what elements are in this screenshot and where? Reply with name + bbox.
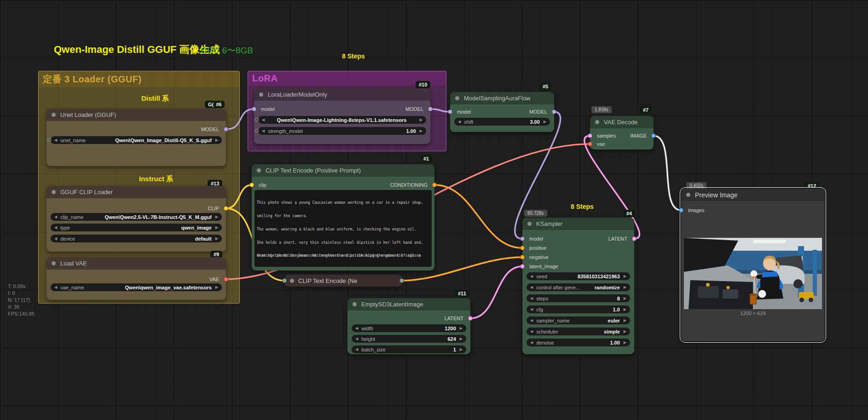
next-value-icon[interactable]: ▶ <box>624 339 626 346</box>
node-title-bar[interactable]: CLIP Text Encode (Positive Prompt) <box>252 164 434 177</box>
prev-value-icon[interactable]: ◀ <box>530 316 533 324</box>
widget-cfg[interactable]: ◀ cfg 1.0 ▶ <box>527 305 630 313</box>
widget-lora-name[interactable]: ◀ Qwen\Qwen-Image-Lightning-8steps-V1.1.… <box>258 116 426 124</box>
collapse-dot-icon[interactable] <box>686 193 690 197</box>
next-value-icon[interactable]: ▶ <box>215 213 218 221</box>
prev-value-icon[interactable]: ◀ <box>54 283 57 291</box>
next-value-icon[interactable]: ▶ <box>215 136 218 144</box>
prev-value-icon[interactable]: ◀ <box>530 294 533 302</box>
output-dot-model[interactable] <box>552 109 556 114</box>
prev-value-icon[interactable]: ◀ <box>530 328 533 335</box>
input-dot-clip[interactable] <box>249 183 254 187</box>
next-value-icon[interactable]: ▶ <box>624 294 626 302</box>
input-dot-model[interactable] <box>252 107 256 111</box>
group-loader-title[interactable]: 定番 3 Loader (GGUF) <box>39 71 239 87</box>
output-dot-latent[interactable] <box>468 316 473 321</box>
node-title-bar[interactable]: LoraLoaderModelOnly <box>254 88 430 101</box>
next-value-icon[interactable]: ▶ <box>544 118 546 126</box>
collapse-dot-icon[interactable] <box>527 222 532 226</box>
next-value-icon[interactable]: ▶ <box>215 283 218 291</box>
widget-type[interactable]: ◀ type qwen_image ▶ <box>51 224 222 231</box>
next-value-icon[interactable]: ▶ <box>215 235 218 242</box>
prev-value-icon[interactable]: ◀ <box>54 213 57 221</box>
collapse-dot-icon[interactable] <box>595 120 599 124</box>
widget-steps[interactable]: ◀ steps 8 ▶ <box>527 294 630 302</box>
node-load-vae[interactable]: Load VAE VAE ◀ vae_name Qwen\qwen_image_… <box>46 257 226 300</box>
next-value-icon[interactable]: ▶ <box>624 283 626 291</box>
next-value-icon[interactable]: ▶ <box>460 345 463 353</box>
output-dot-model[interactable] <box>224 127 228 132</box>
next-value-icon[interactable]: ▶ <box>624 272 626 280</box>
node-title-bar[interactable]: KSampler <box>522 218 634 230</box>
widget-socket-icon[interactable] <box>47 138 51 142</box>
next-value-icon[interactable]: ▶ <box>215 224 218 231</box>
prev-value-icon[interactable]: ◀ <box>355 345 358 353</box>
node-empty-sd3-latent-image[interactable]: EmptySD3LatentImage LATENT ◀ width 1200 … <box>347 298 470 354</box>
prev-value-icon[interactable]: ◀ <box>458 118 461 126</box>
collapse-dot-icon[interactable] <box>455 96 459 100</box>
node-title-bar[interactable]: VAE Decode <box>590 116 654 128</box>
node-graph-canvas[interactable]: 定番 3 Loader (GGUF) LoRA Qwen-Image Disti… <box>0 0 868 420</box>
widget-height[interactable]: ◀ height 624 ▶ <box>352 335 466 343</box>
node-title-bar[interactable]: EmptySD3LatentImage <box>347 298 470 311</box>
output-dot-vae[interactable] <box>224 277 228 282</box>
next-value-icon[interactable]: ▶ <box>624 316 626 324</box>
node-title-bar[interactable]: Load VAE <box>46 257 226 270</box>
next-value-icon[interactable]: ▶ <box>460 324 463 332</box>
node-ksampler[interactable]: KSampler model positive negative latent_… <box>522 218 634 354</box>
input-dot-model[interactable] <box>520 236 525 241</box>
prev-value-icon[interactable]: ◀ <box>54 136 57 144</box>
input-dot-model[interactable] <box>448 109 452 114</box>
prev-value-icon[interactable]: ◀ <box>355 335 358 343</box>
prev-value-icon[interactable]: ◀ <box>262 116 265 124</box>
input-dot-latent-image[interactable] <box>520 264 525 269</box>
input-dot-images[interactable] <box>679 208 683 213</box>
output-dot-latent[interactable] <box>632 236 637 241</box>
prev-value-icon[interactable]: ◀ <box>355 324 358 332</box>
node-title-bar[interactable]: GGUF CLIP Loader <box>46 186 226 198</box>
next-value-icon[interactable]: ▶ <box>420 116 422 124</box>
collapse-dot-icon[interactable] <box>353 302 357 306</box>
input-dot-positive[interactable] <box>520 246 525 250</box>
widget-clip-name[interactable]: ◀ clip_name Qwen\Qwen2.5-VL-7B-Instruct-… <box>51 213 222 221</box>
node-title-bar[interactable]: ModelSamplingAuraFlow <box>450 92 554 104</box>
node-unet-loader[interactable]: Unet Loader (GGUF) MODEL ◀ unet_name Qwe… <box>46 109 226 166</box>
output-dot-collapsed[interactable] <box>399 278 404 283</box>
widget-seed[interactable]: ◀ seed 835810313421963 ▶ <box>527 272 630 280</box>
widget-vae-name[interactable]: ◀ vae_name Qwen\qwen_image_vae.safetenso… <box>51 283 222 291</box>
collapse-dot-icon[interactable] <box>290 279 294 283</box>
output-dot-image[interactable] <box>651 133 656 138</box>
widget-shift[interactable]: ◀ shift 3.00 ▶ <box>454 118 550 126</box>
prev-value-icon[interactable]: ◀ <box>262 127 265 135</box>
input-dot-collapsed[interactable] <box>282 278 287 283</box>
output-dot-model[interactable] <box>428 107 433 111</box>
prev-value-icon[interactable]: ◀ <box>54 224 57 231</box>
node-model-sampling-auraflow[interactable]: ModelSamplingAuraFlow model MODEL ◀ shif… <box>450 92 554 132</box>
prev-value-icon[interactable]: ◀ <box>54 235 57 242</box>
node-gguf-clip-loader[interactable]: GGUF CLIP Loader CLIP ◀ clip_name Qwen\Q… <box>46 186 226 252</box>
node-clip-text-encode-positive[interactable]: CLIP Text Encode (Positive Prompt) clip … <box>252 164 434 270</box>
widget-sampler-name[interactable]: ◀ sampler_name euler ▶ <box>527 316 630 324</box>
widget-denoise[interactable]: ◀ denoise 1.00 ▶ <box>527 339 630 346</box>
widget-device[interactable]: ◀ device default ▶ <box>51 235 222 242</box>
prev-value-icon[interactable]: ◀ <box>530 283 533 291</box>
node-lora-loader-model-only[interactable]: LoraLoaderModelOnly model MODEL ◀ Qwen\Q… <box>254 88 430 144</box>
node-vae-decode[interactable]: VAE Decode samples vae IMAGE <box>590 116 654 150</box>
input-dot-vae[interactable] <box>588 142 592 146</box>
prev-value-icon[interactable]: ◀ <box>530 305 533 313</box>
next-value-icon[interactable]: ▶ <box>624 328 626 335</box>
widget-unet-name[interactable]: ◀ unet_name Qwen\Qwen_Image_Distill-Q5_K… <box>51 136 222 144</box>
prev-value-icon[interactable]: ◀ <box>530 339 533 346</box>
output-dot-conditioning[interactable] <box>432 183 437 187</box>
collapse-dot-icon[interactable] <box>52 261 56 265</box>
collapse-dot-icon[interactable] <box>257 168 261 173</box>
collapse-dot-icon[interactable] <box>52 190 56 194</box>
input-dot-negative[interactable] <box>520 255 525 259</box>
collapse-dot-icon[interactable] <box>52 113 56 117</box>
preview-thumbnail[interactable] <box>684 238 822 309</box>
node-clip-text-encode-negative-collapsed[interactable]: CLIP Text Encode (Ne <box>284 275 402 287</box>
next-value-icon[interactable]: ▶ <box>420 127 422 135</box>
node-title-bar[interactable]: Unet Loader (GGUF) <box>46 109 226 121</box>
widget-socket-icon[interactable] <box>255 118 259 121</box>
node-title-bar[interactable]: Preview Image <box>681 189 825 201</box>
